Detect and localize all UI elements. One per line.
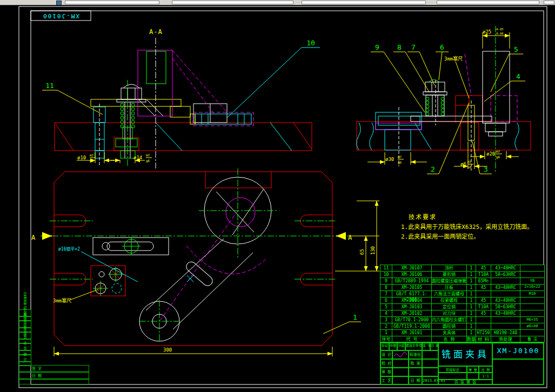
front-view (55, 38, 312, 168)
parts-table-cell: 材 料 (476, 336, 491, 342)
parts-table-cell: T10A (476, 304, 491, 310)
dim-fit: H7 (467, 160, 472, 164)
dim-130: 130 (370, 246, 376, 255)
section-label: A-A (149, 28, 163, 36)
parts-table-cell: 1 (467, 272, 476, 278)
parts-table-cell: 45 (476, 285, 491, 290)
dim-fit: g6 (90, 159, 94, 163)
dim-phi25-tol-dn: -0.08 (494, 32, 504, 35)
dim-phi25: ø25 (483, 29, 491, 35)
parts-table-cell: 圆柱螺旋压缩弹簧 (432, 278, 467, 284)
parts-table-cell: 1 (467, 330, 476, 336)
cut-arrow-label-right: A (348, 234, 352, 241)
titleblock-label: 设 计 (380, 350, 392, 359)
titleblock-label: 工 艺 (380, 376, 392, 385)
parts-table-cell: 拉紧螺栓 (432, 298, 467, 303)
border-field: 日 期 (19, 372, 89, 379)
parts-table-cell: 6 (380, 298, 392, 303)
parts-table-cell: 顶杆 (432, 265, 467, 271)
parts-table-cell (520, 330, 544, 336)
dim-fit: g6 (398, 160, 402, 165)
parts-table-cell: 43~48HRC (491, 265, 520, 271)
parts-table-cell: 1 (467, 285, 476, 290)
parts-table-cell: 1 (380, 330, 392, 336)
parts-table-row: 6XM-J0104拉紧螺栓14543~48HRC (380, 297, 544, 303)
dim-fit: H7 (496, 150, 500, 153)
parts-table-cell: 序号 (380, 336, 392, 342)
parts-table-row: 5XM-J0103定位销1T10A58~63HRC (380, 303, 544, 310)
scale-value: 1:1 (479, 373, 492, 380)
designer-signature (393, 351, 408, 359)
titleblock-label: 日 期 (409, 376, 422, 385)
dim-300: 300 (163, 347, 172, 353)
titleblock-cell (467, 373, 479, 380)
parts-table-cell (491, 291, 520, 297)
tech-requirements: 技术要求 1.此夹具用于万能铣床X6325，采用立铣刀铣面。 2.此夹具采用一面… (401, 213, 533, 242)
parts-table-row: 11XM-J0107顶杆14543~48HRC (380, 265, 544, 271)
parts-table-cell: 1 (467, 265, 476, 271)
parts-table-cell (476, 291, 491, 297)
dim-fit: g6 (496, 155, 500, 159)
titleblock-label: 标准化 (409, 350, 422, 359)
parts-table-cell: GB/T119.1-2000 (392, 323, 432, 329)
parts-table-cell: XM-J0106 (392, 272, 432, 278)
tech-requirements-item: 2.此夹具采用一面两销定位。 (401, 232, 533, 242)
parts-table-cell (491, 278, 520, 284)
parts-table-cell (476, 323, 491, 329)
parts-table-cell: 45 (476, 298, 491, 303)
dim-65: 65 (359, 249, 365, 255)
parts-table-cell: 9 (380, 278, 392, 284)
parts-table-cell: 11 (380, 265, 392, 271)
balloon-5: 5 (514, 45, 518, 53)
parts-table-cell: HT250 (476, 330, 491, 336)
parts-table-cell: XM-J0102 (392, 310, 432, 316)
parts-table-cell: 数量 (467, 336, 476, 342)
balloon-11: 11 (45, 82, 54, 90)
parts-table-cell: GB/T2089-1994 (392, 278, 432, 284)
titleblock-cell (409, 368, 422, 376)
parts-table-cell: GB/T 6177.1-2000 (392, 291, 432, 297)
parts-table-cell: 定位销 (432, 304, 467, 310)
parts-table-row: 2GB/T119.1-2000圆柱销1ø6×40 (380, 323, 544, 329)
parts-table-cell: 圆柱销 (432, 323, 467, 329)
border-field: 日 期 (19, 355, 31, 362)
parts-table-cell (491, 317, 520, 323)
dim-fit: H7 (398, 155, 402, 159)
balloon-2: 2 (431, 165, 435, 173)
cut-arrow-label-left: A (31, 234, 36, 241)
parts-table-cell: 65Mn (476, 278, 491, 284)
parts-table-row: 9GB/T2089-1994圆柱螺旋压缩弹簧165MnYB 2×16×22 (380, 278, 544, 284)
titleblock-date: 2013.07.01 (422, 376, 438, 385)
titleblock-label: 比 例 (479, 366, 492, 373)
parts-table-cell: HB190-240 (491, 330, 520, 336)
parts-table-cell: 43~48HRC (491, 285, 520, 290)
dim-fit: H7 (146, 153, 150, 157)
parts-table-cell: 1 (467, 304, 476, 310)
titleblock-cell (422, 368, 438, 376)
balloon-9: 9 (375, 43, 379, 51)
balloon-4: 4 (516, 72, 520, 80)
note-feeler-left: 3mm塞尺 (53, 298, 71, 303)
border-field: 签 字 (19, 343, 31, 350)
parts-table-cell: 1 (467, 298, 476, 303)
titleblock-label: 校 对 (380, 359, 392, 368)
dim-phi14: ø14 (133, 155, 142, 160)
balloon-8: 8 (397, 43, 402, 51)
parts-table-cell: XM-J0105 (392, 285, 432, 290)
tech-requirements-item: 1.此夹具用于万能铣床X6325，采用立铣刀铣面。 (401, 222, 533, 232)
parts-table-cell: 代 号 (392, 336, 432, 342)
parts-table-cell (520, 272, 544, 278)
parts-table-cell: XM-J0104 (392, 298, 432, 303)
titleblock-label: 更改文件号 (405, 343, 422, 350)
parts-table-cell: T10A (476, 272, 491, 278)
titleblock-label: 分区 (397, 343, 405, 350)
dim-fit: g6 (146, 159, 150, 163)
parts-table-cell: 1 (467, 310, 476, 316)
dim-fit: H7 (90, 153, 94, 157)
titleblock-label: 重 量 (467, 366, 479, 373)
parts-table-cell: 1 (467, 291, 476, 297)
titleblock-label: 处数 (389, 343, 397, 350)
parts-table-cell: XM-J0103 (392, 304, 432, 310)
parts-table-row: 8XM-J0105压板14543~48HRC (380, 284, 544, 290)
parts-table-cell (520, 285, 544, 290)
